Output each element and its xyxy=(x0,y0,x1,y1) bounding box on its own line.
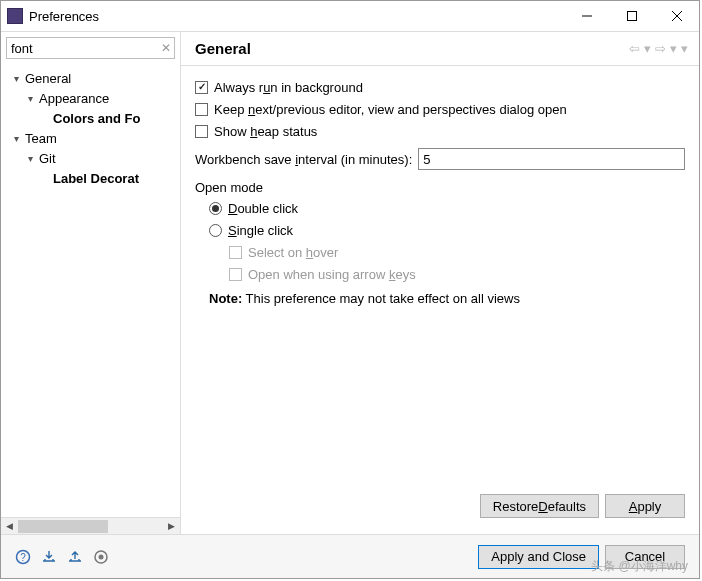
apply-and-close-button[interactable]: Apply and Close xyxy=(478,545,599,569)
maximize-button[interactable] xyxy=(609,2,654,30)
titlebar: Preferences xyxy=(1,1,699,31)
tree-item-team[interactable]: ▾Team xyxy=(9,128,180,148)
preferences-window: Preferences ✕ ▾General ▾Appearance xyxy=(0,0,700,579)
tree-item-git[interactable]: ▾Git xyxy=(9,148,180,168)
chevron-down-icon[interactable]: ▾ xyxy=(9,73,23,84)
scroll-left-icon[interactable]: ◀ xyxy=(1,519,18,534)
checkbox-icon xyxy=(229,246,242,259)
show-heap-checkbox[interactable]: Show heap status xyxy=(195,120,685,142)
sidebar: ✕ ▾General ▾Appearance Colors and Fo ▾Te… xyxy=(1,32,181,534)
checkbox-icon xyxy=(195,125,208,138)
checkbox-icon xyxy=(195,103,208,116)
apply-button[interactable]: Apply xyxy=(605,494,685,518)
svg-text:?: ? xyxy=(20,552,26,563)
double-click-radio[interactable]: Double click xyxy=(195,197,685,219)
save-interval-label: Workbench save interval (in minutes): xyxy=(195,152,412,167)
main-panel: General ⇦▾ ⇨▾ ▾ Always run in background xyxy=(181,32,699,534)
single-click-radio[interactable]: Single click xyxy=(195,219,685,241)
scroll-right-icon[interactable]: ▶ xyxy=(163,519,180,534)
back-icon[interactable]: ⇦ xyxy=(628,41,641,56)
forward-menu-icon[interactable]: ▾ xyxy=(669,41,678,56)
checkbox-icon xyxy=(195,81,208,94)
scroll-thumb[interactable] xyxy=(18,520,108,533)
chevron-down-icon[interactable]: ▾ xyxy=(23,93,37,104)
tree-item-appearance[interactable]: ▾Appearance xyxy=(9,88,180,108)
tree-item-general[interactable]: ▾General xyxy=(9,68,180,88)
import-icon[interactable] xyxy=(41,549,57,565)
chevron-down-icon[interactable]: ▾ xyxy=(23,153,37,164)
eclipse-icon xyxy=(7,8,23,24)
tree-item-label-decorations[interactable]: Label Decorat xyxy=(9,168,180,188)
always-run-bg-checkbox[interactable]: Always run in background xyxy=(195,76,685,98)
svg-rect-1 xyxy=(627,12,636,21)
open-mode-group: Open mode Double click Single click Sele… xyxy=(195,180,685,306)
keep-next-prev-checkbox[interactable]: Keep next/previous editor, view and pers… xyxy=(195,98,685,120)
open-mode-label: Open mode xyxy=(195,180,685,195)
filter-input[interactable] xyxy=(6,37,175,59)
radio-icon xyxy=(209,224,222,237)
tree-item-colors-fonts[interactable]: Colors and Fo xyxy=(9,108,180,128)
preference-tree[interactable]: ▾General ▾Appearance Colors and Fo ▾Team… xyxy=(1,64,180,517)
dialog-footer: ? Apply and Close Cancel xyxy=(1,534,699,578)
oomph-icon[interactable] xyxy=(93,549,109,565)
select-on-hover-checkbox: Select on hover xyxy=(195,241,685,263)
view-menu-icon[interactable]: ▾ xyxy=(680,41,689,56)
clear-filter-icon[interactable]: ✕ xyxy=(161,41,171,55)
chevron-down-icon[interactable]: ▾ xyxy=(9,133,23,144)
help-icon[interactable]: ? xyxy=(15,549,31,565)
save-interval-input[interactable] xyxy=(418,148,685,170)
svg-point-7 xyxy=(99,554,104,559)
minimize-button[interactable] xyxy=(564,2,609,30)
window-title: Preferences xyxy=(29,9,564,24)
forward-icon[interactable]: ⇨ xyxy=(654,41,667,56)
radio-icon xyxy=(209,202,222,215)
restore-defaults-button[interactable]: Restore Defaults xyxy=(480,494,599,518)
checkbox-icon xyxy=(229,268,242,281)
open-arrow-keys-checkbox: Open when using arrow keys xyxy=(195,263,685,285)
back-menu-icon[interactable]: ▾ xyxy=(643,41,652,56)
cancel-button[interactable]: Cancel xyxy=(605,545,685,569)
note-text: Note: This preference may not take effec… xyxy=(195,291,685,306)
close-button[interactable] xyxy=(654,2,699,30)
export-icon[interactable] xyxy=(67,549,83,565)
page-title: General xyxy=(195,40,628,57)
horizontal-scrollbar[interactable]: ◀ ▶ xyxy=(1,517,180,534)
